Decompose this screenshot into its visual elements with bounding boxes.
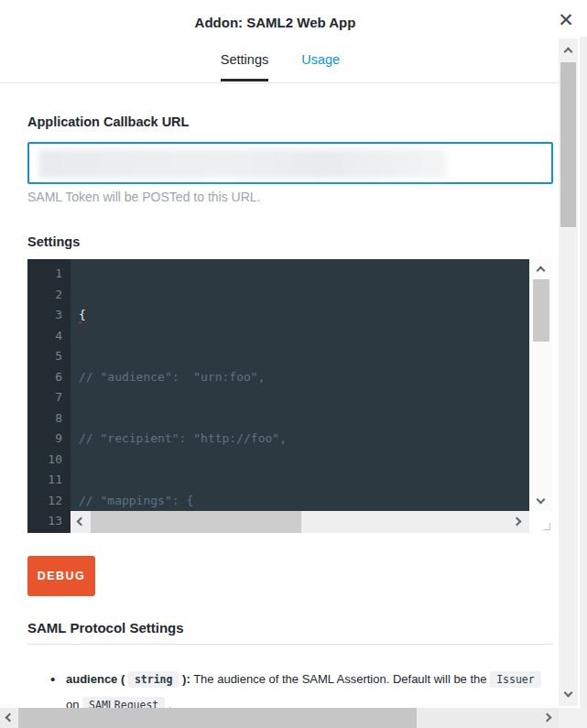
scroll-down-icon[interactable]: [564, 689, 573, 698]
scrollbar-corner: [559, 708, 587, 728]
code-column: { // "audience": "urn:foo", // "recipien…: [71, 259, 529, 533]
protocol-divider: [27, 644, 553, 645]
settings-code-editor[interactable]: 12 34 56 78 910 1112 13 { // "audience":…: [27, 259, 553, 533]
code-line: // "recipient": "http://foo",: [79, 429, 529, 450]
editor-hscroll-thumb[interactable]: [91, 511, 301, 533]
page-horizontal-scrollbar[interactable]: [0, 708, 559, 728]
redacted-url-value: [38, 149, 446, 179]
modal-title: Addon: SAML2 Web App: [0, 15, 550, 30]
modal-vertical-scrollbar[interactable]: [559, 38, 578, 706]
scroll-down-icon[interactable]: [537, 495, 546, 505]
outer-page-edge: [580, 37, 587, 728]
modal-vscroll-thumb[interactable]: [560, 62, 576, 227]
close-button[interactable]: ✕: [553, 7, 579, 33]
scroll-right-icon[interactable]: [513, 517, 522, 527]
callback-url-input[interactable]: [27, 142, 553, 184]
code-chip-issuer: Issuer: [490, 671, 541, 688]
protocol-settings-heading: SAML Protocol Settings: [27, 620, 184, 636]
callback-url-label: Application Callback URL: [27, 114, 189, 129]
code-content[interactable]: { // "audience": "urn:foo", // "recipien…: [71, 259, 529, 511]
description-text: The audience of the SAML Assertion. Defa…: [193, 672, 486, 686]
term: audience (: [66, 672, 125, 686]
page-hscroll-thumb[interactable]: [18, 708, 417, 728]
debug-button[interactable]: DEBUG: [27, 556, 95, 596]
editor-vertical-scrollbar[interactable]: [529, 259, 553, 511]
line-number-gutter: 12 34 56 78 910 1112 13: [27, 259, 71, 533]
settings-label: Settings: [27, 234, 80, 249]
term-close: ):: [182, 672, 190, 686]
saml2-addon-modal: { "modal": { "title": "Addon: SAML2 Web …: [0, 0, 587, 728]
editor-scrollbar-column: [529, 259, 553, 533]
tab-settings[interactable]: Settings: [221, 52, 268, 81]
close-icon: ✕: [558, 9, 574, 30]
scroll-up-icon[interactable]: [537, 266, 546, 276]
code-line: // "mappings": {: [79, 491, 529, 512]
scroll-up-icon[interactable]: [564, 48, 573, 57]
code-line: // "audience": "urn:foo",: [79, 367, 529, 388]
editor-vscroll-thumb[interactable]: [533, 279, 549, 342]
scroll-right-icon[interactable]: [543, 713, 552, 723]
scroll-left-icon[interactable]: [77, 517, 86, 527]
callback-url-help: SAML Token will be POSTed to this URL.: [27, 190, 260, 204]
header-divider: [0, 82, 560, 83]
tab-usage[interactable]: Usage: [301, 52, 340, 81]
bullet-icon: •: [50, 667, 55, 691]
editor-horizontal-scrollbar[interactable]: [71, 511, 529, 533]
editor-resize-corner[interactable]: [529, 511, 553, 533]
code-line: {: [79, 308, 86, 321]
tab-bar: Settings Usage: [0, 52, 560, 81]
type-chip: string: [128, 671, 179, 688]
scroll-left-icon[interactable]: [5, 713, 15, 723]
